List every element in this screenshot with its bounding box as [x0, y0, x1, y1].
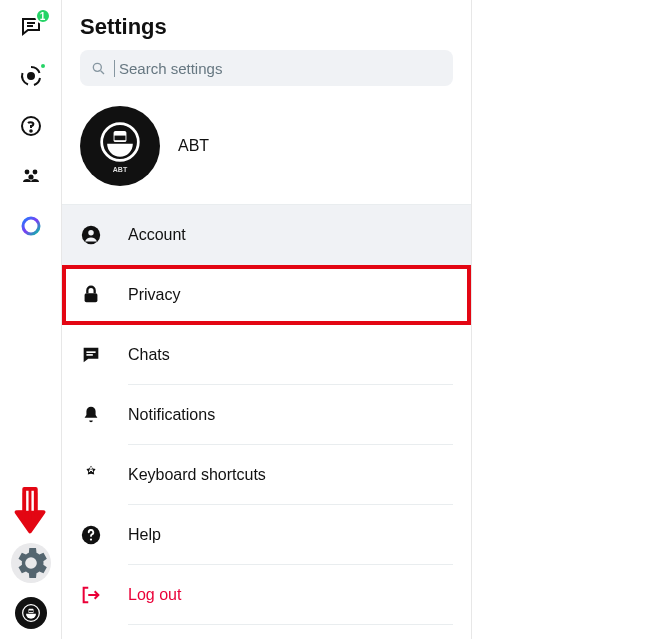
help-icon [80, 524, 102, 546]
chat-icon [80, 344, 102, 366]
svg-rect-19 [85, 293, 98, 302]
empty-content-area [472, 0, 668, 639]
menu-item-notifications[interactable]: Notifications [62, 385, 471, 445]
communities-nav-icon[interactable] [19, 164, 43, 188]
status-dot [39, 62, 47, 70]
svg-point-18 [88, 230, 94, 236]
logout-icon [80, 584, 102, 606]
keyboard-icon: A [80, 464, 102, 486]
profile-row[interactable]: ABT ABT [62, 98, 471, 205]
svg-rect-11 [28, 611, 32, 613]
menu-label: Help [128, 505, 453, 565]
search-icon [90, 60, 106, 76]
channels-nav-icon[interactable] [19, 114, 43, 138]
menu-label: Account [128, 205, 453, 265]
page-title: Settings [80, 14, 453, 40]
svg-line-13 [101, 71, 104, 74]
menu-item-help[interactable]: Help [62, 505, 471, 565]
chats-nav-icon[interactable]: 1 [19, 14, 43, 38]
nav-rail: 1 [0, 0, 62, 639]
search-settings[interactable] [80, 50, 453, 86]
svg-point-24 [90, 538, 92, 540]
menu-label: Keyboard shortcuts [128, 445, 453, 505]
settings-menu: Account Privacy Chats Notifications [62, 205, 471, 639]
svg-point-8 [23, 218, 39, 234]
svg-point-2 [28, 73, 34, 79]
menu-item-account[interactable]: Account [62, 205, 471, 265]
profile-name: ABT [178, 137, 209, 155]
svg-point-6 [32, 170, 37, 175]
svg-rect-16 [115, 135, 126, 140]
account-icon [80, 224, 102, 246]
settings-panel: Settings ABT ABT [62, 0, 472, 639]
bell-icon [80, 404, 102, 426]
menu-label: Notifications [128, 385, 453, 445]
profile-avatar-small[interactable] [15, 597, 47, 629]
menu-label: Log out [128, 565, 453, 625]
status-nav-icon[interactable] [19, 64, 43, 88]
search-input[interactable] [114, 60, 443, 77]
menu-item-privacy[interactable]: Privacy [62, 265, 471, 325]
menu-item-chats[interactable]: Chats [62, 325, 471, 385]
avatar-label: ABT [113, 166, 127, 173]
profile-avatar: ABT [80, 106, 160, 186]
menu-item-logout[interactable]: Log out [62, 565, 471, 625]
menu-label: Chats [128, 325, 453, 385]
lock-icon [80, 284, 102, 306]
svg-point-4 [30, 130, 32, 132]
meta-ai-nav-icon[interactable] [19, 214, 43, 238]
svg-rect-20 [86, 351, 95, 353]
svg-rect-21 [86, 354, 92, 356]
svg-point-12 [93, 63, 101, 71]
svg-text:A: A [89, 466, 94, 473]
settings-gear-button[interactable] [11, 543, 51, 583]
svg-point-5 [24, 170, 29, 175]
unread-badge: 1 [35, 8, 51, 24]
svg-point-7 [28, 174, 33, 179]
menu-item-keyboard[interactable]: A Keyboard shortcuts [62, 445, 471, 505]
annotation-arrow [10, 487, 50, 541]
menu-label: Privacy [128, 265, 453, 325]
